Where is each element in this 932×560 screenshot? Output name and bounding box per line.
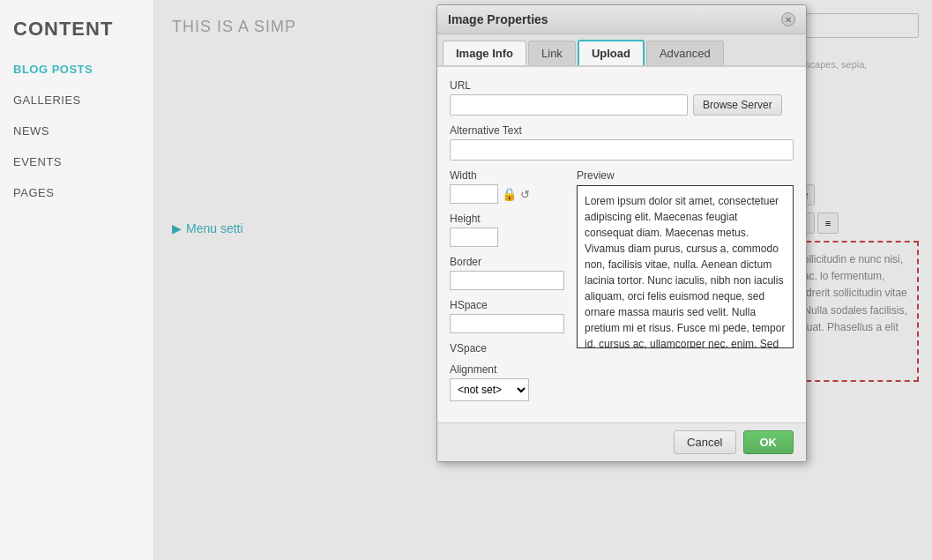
border-row: Border bbox=[450, 256, 564, 290]
dialog-tabs: Image Info Link Upload Advanced bbox=[437, 34, 806, 67]
browse-server-button[interactable]: Browse Server bbox=[693, 94, 782, 116]
ok-button[interactable]: OK bbox=[743, 430, 794, 454]
width-input-row: 🔒 ↺ bbox=[450, 184, 564, 204]
alignment-label: Alignment bbox=[450, 363, 564, 376]
border-label: Border bbox=[450, 256, 564, 268]
url-label: URL bbox=[450, 79, 794, 92]
url-row: URL Browse Server bbox=[450, 79, 794, 116]
height-row: Height bbox=[450, 213, 564, 247]
alt-text-row: Alternative Text bbox=[450, 124, 794, 161]
border-input[interactable] bbox=[450, 271, 564, 290]
image-properties-dialog: Image Properties ✕ Image Info Link Uploa… bbox=[436, 4, 807, 462]
main-content: THIS IS A SIMP Examples: portraits, land… bbox=[154, 0, 932, 560]
height-label: Height bbox=[450, 213, 564, 225]
width-row: Width 🔒 ↺ bbox=[450, 169, 564, 204]
alignment-row: Alignment <not set> Left Right Top Middl… bbox=[450, 363, 564, 401]
url-row-inline: Browse Server bbox=[450, 94, 794, 116]
tab-link[interactable]: Link bbox=[528, 41, 576, 65]
width-label: Width bbox=[450, 169, 564, 182]
left-column: Width 🔒 ↺ Height Border bbox=[450, 169, 564, 410]
alignment-select[interactable]: <not set> Left Right Top Middle Bottom bbox=[450, 378, 529, 401]
dialog-titlebar: Image Properties ✕ bbox=[437, 5, 806, 34]
sidebar-item-pages[interactable]: PAGES bbox=[0, 177, 153, 208]
refresh-icon[interactable]: ↺ bbox=[520, 188, 530, 201]
lock-icon[interactable]: 🔒 bbox=[502, 187, 517, 201]
dialog-close-button[interactable]: ✕ bbox=[781, 12, 795, 26]
dialog-footer: Cancel OK bbox=[437, 422, 806, 461]
sidebar: CONTENT BLOG POSTS GALLERIES NEWS EVENTS… bbox=[0, 0, 154, 560]
width-input[interactable] bbox=[450, 184, 498, 204]
sidebar-item-blog-posts[interactable]: BLOG POSTS bbox=[0, 54, 153, 85]
two-col-layout: Width 🔒 ↺ Height Border bbox=[450, 169, 794, 410]
preview-text: Lorem ipsum dolor sit amet, consectetuer… bbox=[585, 195, 785, 348]
sidebar-item-events[interactable]: EVENTS bbox=[0, 146, 153, 177]
height-input[interactable] bbox=[450, 228, 498, 247]
dialog-body: URL Browse Server Alternative Text bbox=[437, 67, 806, 422]
sidebar-item-galleries[interactable]: GALLERIES bbox=[0, 85, 153, 116]
page-wrapper: CONTENT BLOG POSTS GALLERIES NEWS EVENTS… bbox=[0, 0, 932, 560]
vspace-row: VSpace bbox=[450, 342, 564, 355]
vspace-label: VSpace bbox=[450, 342, 564, 355]
tab-upload[interactable]: Upload bbox=[578, 40, 645, 65]
preview-label: Preview bbox=[577, 169, 794, 182]
hspace-row: HSpace bbox=[450, 299, 564, 333]
cancel-button[interactable]: Cancel bbox=[674, 430, 735, 454]
preview-box: Lorem ipsum dolor sit amet, consectetuer… bbox=[577, 185, 794, 348]
tab-image-info[interactable]: Image Info bbox=[443, 41, 526, 65]
alt-text-input[interactable] bbox=[450, 139, 794, 161]
dialog-title: Image Properties bbox=[448, 12, 548, 26]
alt-text-label: Alternative Text bbox=[450, 124, 794, 137]
url-input[interactable] bbox=[450, 94, 688, 116]
tab-advanced[interactable]: Advanced bbox=[646, 41, 724, 65]
hspace-input[interactable] bbox=[450, 314, 564, 333]
hspace-label: HSpace bbox=[450, 299, 564, 311]
sidebar-item-news[interactable]: NEWS bbox=[0, 116, 153, 146]
preview-section: Preview Lorem ipsum dolor sit amet, cons… bbox=[577, 169, 794, 410]
sidebar-title: CONTENT bbox=[0, 0, 153, 54]
